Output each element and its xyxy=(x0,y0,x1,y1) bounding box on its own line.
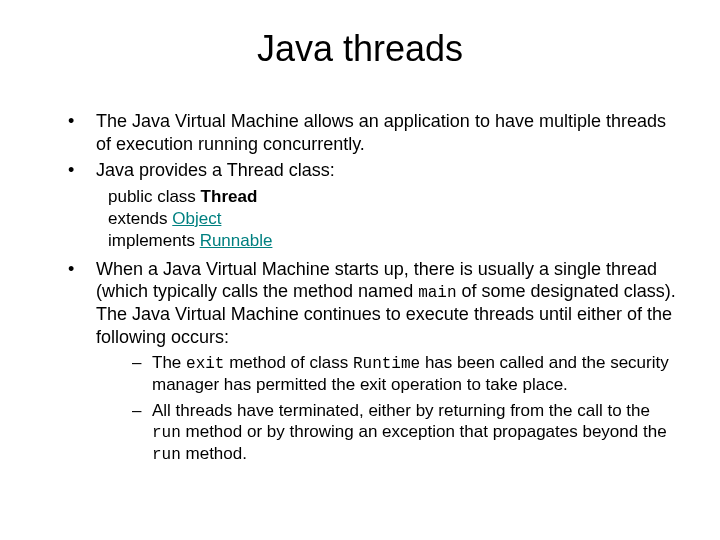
bullet-list: When a Java Virtual Machine starts up, t… xyxy=(40,258,680,465)
bullet-item: When a Java Virtual Machine starts up, t… xyxy=(68,258,680,465)
code-text: public class xyxy=(108,187,201,206)
code-block: public class Thread extends Object imple… xyxy=(108,186,680,252)
code-line: extends Object xyxy=(108,208,680,230)
slide: Java threads The Java Virtual Machine al… xyxy=(0,0,720,540)
bullet-item: The Java Virtual Machine allows an appli… xyxy=(68,110,680,155)
code-inline: exit xyxy=(186,355,224,373)
sub-bullet-item: The exit method of class Runtime has bee… xyxy=(132,352,680,395)
link-runnable[interactable]: Runnable xyxy=(200,231,273,250)
bullet-text: method of class xyxy=(224,353,353,372)
code-text: extends xyxy=(108,209,172,228)
link-object[interactable]: Object xyxy=(172,209,221,228)
bullet-text: method. xyxy=(181,444,247,463)
bullet-text: All threads have terminated, either by r… xyxy=(152,401,650,420)
code-line: public class Thread xyxy=(108,186,680,208)
code-text: implements xyxy=(108,231,200,250)
bullet-text: The xyxy=(152,353,186,372)
bullet-text: method or by throwing an exception that … xyxy=(181,422,667,441)
sub-bullet-item: All threads have terminated, either by r… xyxy=(132,400,680,465)
sub-bullet-list: The exit method of class Runtime has bee… xyxy=(96,352,680,465)
slide-title: Java threads xyxy=(40,28,680,70)
bullet-list: The Java Virtual Machine allows an appli… xyxy=(40,110,680,182)
code-inline: run xyxy=(152,424,181,442)
code-inline: main xyxy=(418,284,456,302)
bullet-item: Java provides a Thread class: xyxy=(68,159,680,182)
code-line: implements Runnable xyxy=(108,230,680,252)
code-class-name: Thread xyxy=(201,187,258,206)
code-inline: Runtime xyxy=(353,355,420,373)
code-inline: run xyxy=(152,446,181,464)
